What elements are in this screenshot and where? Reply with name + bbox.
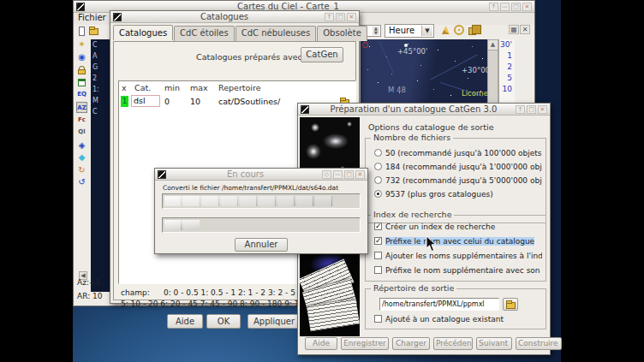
tab-cdc-etoiles[interactable]: CdC étoiles <box>174 26 235 41</box>
chart-left-sliver: C A G 2 1: M C <box>91 39 110 292</box>
minimize-button[interactable]: — <box>333 170 343 179</box>
output-options-label: Options du catalogue de sortie <box>368 122 493 132</box>
maximize-button[interactable]: □ <box>344 170 354 179</box>
dec-label-30: +30°00' <box>462 66 487 74</box>
close-button[interactable]: ✕ <box>522 3 532 11</box>
chevron-down-icon[interactable]: ▼ <box>421 26 432 36</box>
move-west-icon[interactable]: ◈ <box>76 139 87 151</box>
charger-button[interactable]: Charger <box>392 337 430 350</box>
radio-184[interactable]: 184 (recommandé jusqu'à 1'000'000 obje <box>374 163 542 175</box>
object-list-button[interactable]: Ql <box>76 127 87 138</box>
checkbox-icon <box>374 252 382 259</box>
check-label: Préfixe le nom avec celui du catalogue <box>385 237 534 246</box>
dock-panel-icon[interactable]: ▦ <box>509 25 519 34</box>
tab-obsolete[interactable]: Obsolète <box>317 26 367 41</box>
col-header-cat: Cat. <box>134 83 151 92</box>
app-logo-icon <box>113 13 122 21</box>
sliver-letter: C <box>91 39 110 50</box>
rotate-cw-icon[interactable]: ↻ <box>76 164 87 175</box>
mouse-cursor <box>426 236 437 256</box>
close-panel-icon[interactable]: ✕ <box>520 25 530 34</box>
check-add-extra-names[interactable]: Ajouter les noms supplémentaires à l'ind… <box>374 252 542 264</box>
catgen-title: Préparation d'un catalogue CatGen 3.0 <box>312 104 516 114</box>
tab-cdc-nebuleuses[interactable]: CdC nébuleuses <box>236 26 317 41</box>
close-button[interactable]: ✕ <box>355 170 365 179</box>
app-logo-icon <box>158 170 166 179</box>
night-mode-icon[interactable]: ✶ <box>76 39 87 50</box>
sliver-letter: A <box>91 50 110 62</box>
shade-button[interactable]: ↑ <box>325 13 334 21</box>
azimuthal-mode-button[interactable]: AZ <box>76 102 87 113</box>
ok-button[interactable]: OK <box>206 314 241 329</box>
open-folder-icon[interactable] <box>88 26 99 37</box>
shade-button[interactable]: ◇ <box>322 170 331 179</box>
maximize-button[interactable]: □ <box>336 13 345 21</box>
maximize-button[interactable]: □ <box>511 3 521 11</box>
close-button[interactable]: ✕ <box>347 13 356 21</box>
minimize-button[interactable]: — <box>500 3 510 11</box>
row-min-value[interactable]: 0 <box>164 97 170 106</box>
calendar-glyph <box>78 79 86 86</box>
radio-732[interactable]: 732 (recommandé jusqu'à 5'000'000 obje <box>374 176 542 188</box>
lock-body <box>78 69 86 74</box>
check-prefix-extra-label[interactable]: Préfixe le nom supplémentaire avec son l… <box>374 266 542 278</box>
check-label: Créer un index de recherche <box>385 223 495 231</box>
pointer-tool-icon[interactable] <box>440 25 451 36</box>
planet-icon[interactable]: ◉ <box>76 51 87 62</box>
lock-icon[interactable] <box>76 64 87 75</box>
radio-9537[interactable]: 9537 (plus gros catalogues) <box>374 190 542 202</box>
catalogues-tabs: Catalogues CdC étoiles CdC nébuleuses Ob… <box>113 26 368 41</box>
browse-output-folder-button[interactable] <box>503 298 518 311</box>
row-max-value[interactable]: 10 <box>190 97 200 106</box>
check-create-index[interactable]: Créer un index de recherche <box>374 223 542 234</box>
chart-tool-icon[interactable] <box>468 27 476 35</box>
fov-button[interactable]: 1 <box>499 50 515 62</box>
catgen-button[interactable]: CatGen <box>301 47 343 62</box>
row-repertoire-value[interactable]: cat/DSoutlines/ <box>218 97 280 106</box>
checkbox-icon <box>374 223 382 230</box>
fov-button[interactable]: 2 <box>499 62 515 73</box>
enregistrer-button[interactable]: Enregistrer <box>341 337 389 350</box>
crosshair-tool-icon[interactable] <box>454 25 464 35</box>
progress-bar-2 <box>162 217 361 233</box>
check-label: Préfixe le nom supplémentaire avec son l… <box>385 266 542 275</box>
calendar-icon[interactable] <box>76 77 87 88</box>
col-header-min: min <box>164 83 180 92</box>
time-unit-combo[interactable]: Heure▼ <box>385 24 434 38</box>
menu-fichier[interactable]: Fichier <box>78 13 106 22</box>
rotate-ccw-icon[interactable]: ↺ <box>76 176 87 187</box>
apply-button[interactable]: Appliquer <box>247 314 301 329</box>
equatorial-mode-button[interactable]: EQ <box>76 89 87 100</box>
aide-button[interactable]: Aide <box>167 314 203 329</box>
chart-vertical-scrollbar[interactable]: ▲ <box>487 39 498 104</box>
constellation-label: Licorne <box>462 89 487 98</box>
tab-catalogues[interactable]: Catalogues <box>113 25 173 40</box>
cancel-button[interactable]: Annuler <box>235 238 288 252</box>
construire-button[interactable]: Construire le <box>516 337 562 350</box>
move-east-icon[interactable]: ◆ <box>76 151 87 163</box>
check-prefix-name[interactable]: Préfixe le nom avec celui du catalogue <box>374 237 542 249</box>
new-document-icon[interactable] <box>76 26 87 37</box>
spin-down-icon[interactable]: ▼ <box>373 31 379 35</box>
radio-50[interactable]: 50 (recommandé jusqu'à 100'000 objets <box>374 149 542 161</box>
catalogue-name-field[interactable]: dsl <box>131 95 160 107</box>
progress-title: En cours <box>169 169 322 179</box>
row-active-cell[interactable]: 1 <box>121 96 128 107</box>
shade-button[interactable]: ↑ <box>516 105 525 114</box>
sky-chart[interactable]: +45°00' +30°00' M 48 Licorne <box>361 39 487 104</box>
fov-button[interactable]: 30' <box>499 39 515 50</box>
aide-button[interactable]: Aide <box>305 337 337 350</box>
output-path-input[interactable] <box>379 298 499 311</box>
field-center-button[interactable]: Fc <box>76 115 87 126</box>
scroll-up-icon[interactable]: ▲ <box>488 40 498 50</box>
shade-button[interactable]: ↑ <box>489 3 498 11</box>
precedent-button[interactable]: Précédent <box>433 337 473 350</box>
radio-icon <box>374 190 382 198</box>
close-button[interactable]: ✕ <box>538 105 547 114</box>
fov-button[interactable]: 10 <box>499 84 515 95</box>
maximize-button[interactable]: □ <box>527 105 536 114</box>
suivant-button[interactable]: Suivant > <box>476 337 512 350</box>
fov-button[interactable]: 5 <box>499 73 515 84</box>
catalog-paper-thumbnail <box>300 256 360 336</box>
check-append-existing[interactable]: Ajouté à un catalogue existant <box>374 315 542 327</box>
